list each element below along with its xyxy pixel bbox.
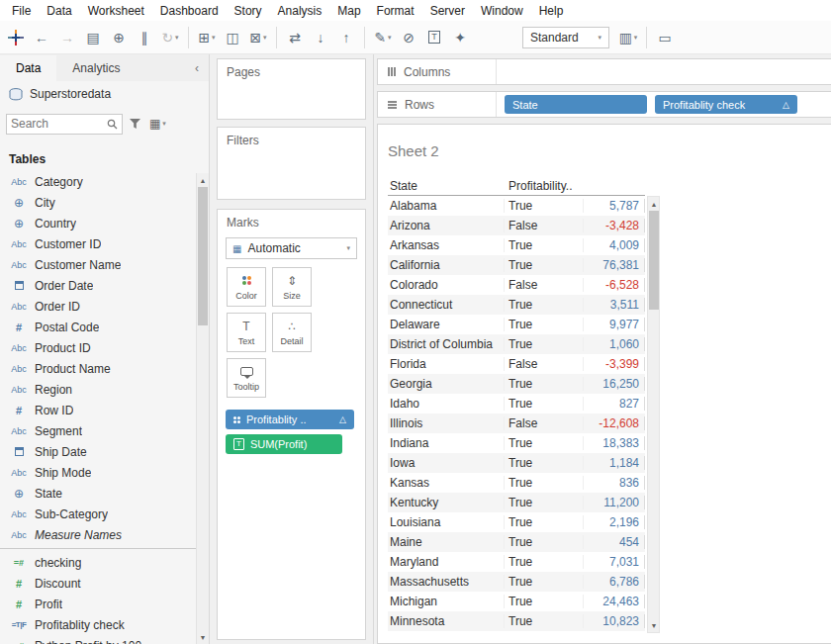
table-row-georgia[interactable]: GeorgiaTrue16,250 bbox=[388, 374, 645, 394]
table-row-louisiana[interactable]: LouisianaTrue2,196 bbox=[388, 512, 645, 532]
menu-item-story[interactable]: Story bbox=[227, 1, 270, 21]
menu-item-format[interactable]: Format bbox=[369, 1, 422, 21]
table-row-indiana[interactable]: IndianaTrue18,383 bbox=[388, 433, 645, 453]
scroll-down-icon[interactable]: ▼ bbox=[197, 631, 209, 643]
duplicate-sheet-icon[interactable]: ◫ bbox=[221, 25, 244, 50]
filters-shelf[interactable]: Filters bbox=[217, 127, 366, 200]
size-button[interactable]: ⇕Size bbox=[272, 267, 312, 307]
field-profitablity-check[interactable]: =T|FProfitablity check bbox=[0, 614, 209, 635]
table-row-michigan[interactable]: MichiganTrue24,463 bbox=[388, 592, 645, 611]
field-segment[interactable]: AbcSegment bbox=[0, 420, 209, 441]
group-members-icon[interactable]: ⊘ bbox=[397, 25, 420, 50]
new-worksheet-icon[interactable]: ⊞▾ bbox=[195, 25, 219, 50]
scrollbar-thumb[interactable] bbox=[198, 187, 208, 325]
menu-item-data[interactable]: Data bbox=[39, 1, 79, 21]
table-row-district-of-columbia[interactable]: District of ColumbiaTrue1,060 bbox=[388, 334, 645, 354]
field-order-id[interactable]: AbcOrder ID bbox=[0, 296, 209, 317]
scroll-up-icon[interactable]: ▲ bbox=[197, 174, 209, 186]
search-field[interactable] bbox=[6, 114, 123, 135]
columns-shelf[interactable]: Columns bbox=[377, 58, 831, 85]
field-ship-mode[interactable]: AbcShip Mode bbox=[0, 462, 209, 483]
field-product-name[interactable]: AbcProduct Name bbox=[0, 358, 209, 379]
table-row-illinois[interactable]: IllinoisFalse-12,608 bbox=[388, 414, 645, 433]
pages-shelf[interactable]: Pages bbox=[217, 58, 366, 120]
table-row-minnesota[interactable]: MinnesotaTrue10,823 bbox=[388, 611, 645, 631]
datasource-item[interactable]: Superstoredata bbox=[0, 81, 209, 107]
search-input[interactable] bbox=[11, 117, 107, 131]
field-ship-date[interactable]: Ship Date bbox=[0, 441, 209, 462]
field-city[interactable]: ⊕City bbox=[0, 192, 209, 213]
run-update-icon[interactable]: ↻▾ bbox=[158, 25, 182, 50]
detail-button[interactable]: ∴Detail bbox=[272, 313, 312, 352]
field-customer-name[interactable]: AbcCustomer Name bbox=[0, 254, 209, 275]
table-row-idaho[interactable]: IdahoTrue827 bbox=[388, 394, 645, 414]
tooltip-button[interactable]: Tooltip bbox=[227, 358, 266, 398]
sort-descending-icon[interactable]: ↑ bbox=[334, 25, 358, 50]
table-row-maine[interactable]: MaineTrue454 bbox=[388, 532, 645, 552]
field-discount[interactable]: #Discount bbox=[0, 573, 209, 594]
menu-item-help[interactable]: Help bbox=[531, 1, 572, 21]
menu-item-window[interactable]: Window bbox=[473, 1, 531, 21]
sort-ascending-icon[interactable]: ↓ bbox=[309, 25, 332, 50]
redo-icon[interactable]: → bbox=[55, 25, 79, 50]
field-region[interactable]: AbcRegion bbox=[0, 379, 209, 400]
save-icon[interactable]: ▤ bbox=[81, 25, 105, 50]
field-sub-category[interactable]: AbcSub-Category bbox=[0, 504, 209, 524]
mark-type-select[interactable]: ▦ Automatic ▾ bbox=[226, 237, 357, 259]
table-row-california[interactable]: CaliforniaTrue76,381 bbox=[388, 255, 645, 275]
table-row-florida[interactable]: FloridaFalse-3,399 bbox=[388, 354, 645, 374]
table-row-colorado[interactable]: ColoradoFalse-6,528 bbox=[388, 275, 645, 295]
pause-auto-updates-icon[interactable]: ∥ bbox=[133, 25, 156, 50]
field-order-date[interactable]: Order Date bbox=[0, 275, 209, 296]
field-product-id[interactable]: AbcProduct ID bbox=[0, 337, 209, 358]
field-python-profit-by-100[interactable]: =#Python Profit by 100 bbox=[0, 635, 209, 644]
show-mark-labels-icon[interactable]: T bbox=[422, 25, 446, 50]
fix-axes-icon[interactable]: ✦ bbox=[448, 25, 472, 50]
field-checking[interactable]: =#checking bbox=[0, 552, 209, 573]
menu-item-analysis[interactable]: Analysis bbox=[270, 1, 330, 21]
sidebar-scrollbar[interactable]: ▲ ▼ bbox=[196, 173, 209, 644]
field-row-id[interactable]: #Row ID bbox=[0, 400, 209, 420]
menu-item-dashboard[interactable]: Dashboard bbox=[152, 1, 227, 21]
scrollbar-thumb[interactable] bbox=[649, 211, 659, 310]
table-row-arkansas[interactable]: ArkansasTrue4,009 bbox=[388, 235, 645, 255]
table-row-alabama[interactable]: AlabamaTrue5,787 bbox=[388, 196, 645, 216]
new-datasource-icon[interactable]: ⊕ bbox=[107, 25, 131, 50]
menu-item-worksheet[interactable]: Worksheet bbox=[80, 1, 152, 21]
color-button[interactable]: Color bbox=[227, 267, 266, 307]
table-row-delaware[interactable]: DelawareTrue9,977 bbox=[388, 315, 645, 334]
marks-pill-sum-profit[interactable]: TSUM(Profit) bbox=[226, 434, 342, 454]
table-row-maryland[interactable]: MarylandTrue7,031 bbox=[388, 552, 645, 572]
filter-fields-icon[interactable] bbox=[128, 119, 142, 129]
field-customer-id[interactable]: AbcCustomer ID bbox=[0, 233, 209, 254]
fit-select[interactable]: Standard▾ bbox=[522, 27, 609, 48]
tab-analytics[interactable]: Analytics bbox=[56, 55, 136, 81]
menu-item-file[interactable]: File bbox=[4, 1, 39, 21]
text-button[interactable]: TText bbox=[227, 313, 266, 352]
swap-rows-columns-icon[interactable]: ⇄ bbox=[283, 25, 307, 50]
table-row-iowa[interactable]: IowaTrue1,184 bbox=[388, 453, 645, 473]
table-scrollbar[interactable]: ▲ ▼ bbox=[647, 196, 660, 633]
collapse-pane-icon[interactable]: ‹ bbox=[185, 61, 209, 75]
field-profit[interactable]: #Profit bbox=[0, 594, 209, 614]
menu-item-server[interactable]: Server bbox=[422, 1, 473, 21]
field-postal-code[interactable]: #Postal Code bbox=[0, 317, 209, 337]
marks-pill-profitablity[interactable]: Profitablity ..△ bbox=[226, 410, 354, 429]
scroll-down-icon[interactable]: ▼ bbox=[648, 619, 660, 631]
scroll-up-icon[interactable]: ▲ bbox=[648, 198, 660, 210]
presentation-mode-icon[interactable]: ▭ bbox=[653, 25, 677, 50]
menu-item-map[interactable]: Map bbox=[329, 1, 368, 21]
show-hide-cards-icon[interactable]: ▥▾ bbox=[616, 25, 640, 50]
field-country[interactable]: ⊕Country bbox=[0, 213, 209, 233]
rows-pill-state[interactable]: State bbox=[505, 95, 647, 114]
clear-sheet-icon[interactable]: ⊠▾ bbox=[246, 25, 270, 50]
undo-icon[interactable]: ← bbox=[30, 25, 53, 50]
field-measure-names[interactable]: AbcMeasure Names bbox=[0, 524, 209, 545]
field-category[interactable]: AbcCategory bbox=[0, 171, 209, 192]
table-row-kansas[interactable]: KansasTrue836 bbox=[388, 473, 645, 493]
view-options-icon[interactable]: ▦▾ bbox=[147, 117, 168, 131]
table-row-arizona[interactable]: ArizonaFalse-3,428 bbox=[388, 216, 645, 235]
tab-data[interactable]: Data bbox=[0, 55, 56, 81]
field-state[interactable]: ⊕State bbox=[0, 483, 209, 504]
table-row-connecticut[interactable]: ConnecticutTrue3,511 bbox=[388, 295, 645, 315]
